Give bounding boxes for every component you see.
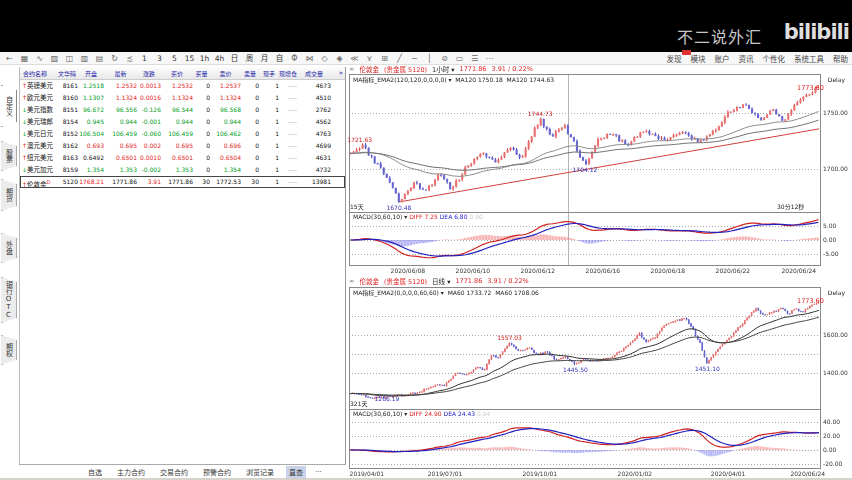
ma-value-1: MA60 1733.72 xyxy=(448,289,492,296)
watchlist-row-8159[interactable]: ↓美元加元81591.3541.353-0.0021.35301.35401--… xyxy=(20,164,345,176)
indicator-icon[interactable]: Φ xyxy=(287,52,302,65)
col-header-9[interactable]: 现手 xyxy=(259,67,279,80)
cell: 0.695 xyxy=(104,140,137,152)
macd-label[interactable]: MACD(30,60,10) ▾ xyxy=(353,213,407,220)
bottom-tab-5[interactable]: 直查 xyxy=(286,466,306,478)
chart-canvas-hourly[interactable] xyxy=(347,64,852,275)
cell: 4699 xyxy=(297,140,331,152)
percent-icon[interactable]: ◫ xyxy=(62,52,77,65)
report-icon[interactable]: ▦ xyxy=(17,52,32,65)
cell: ---- xyxy=(279,128,297,140)
ma-indicator-label[interactable]: MA指标_EMA2(120,120,0,0,0,0) ▾ xyxy=(353,76,451,83)
menu-3[interactable]: 资讯 xyxy=(739,53,754,64)
macd-axis-label: 0.00 xyxy=(823,446,836,453)
period-button-15[interactable]: 15 xyxy=(182,52,197,65)
menu-0[interactable]: 发现 xyxy=(667,53,682,64)
watchlist-row-8161[interactable]: ↑英镑美元81611.25181.25320.00131.253201.2537… xyxy=(20,80,345,92)
col-header-8[interactable]: 卖量 xyxy=(241,67,259,80)
board-icon[interactable]: ▥ xyxy=(77,52,92,65)
period-selector[interactable]: 日线 ▾ xyxy=(432,276,450,286)
col-header-6[interactable]: 买量 xyxy=(193,67,210,80)
col-header-4[interactable]: 涨跌 xyxy=(137,67,161,80)
bottom-tabs-more[interactable]: ··· xyxy=(315,468,322,476)
watchlist-row-8163[interactable]: ↑纽元美元81630.64920.65010.00100.650100.6504… xyxy=(20,152,345,164)
up-arrow-icon: ↑ xyxy=(22,142,27,149)
delay-label-hourly: Delay xyxy=(828,76,845,83)
swing-label: 1670.48 xyxy=(386,204,411,211)
cell: 1.2537 xyxy=(210,80,241,92)
sidebar-tab-1[interactable]: 股票 xyxy=(1,141,17,171)
bottom-tab-2[interactable]: 交易合约 xyxy=(157,466,191,478)
cell: 96.672 xyxy=(78,104,104,116)
bottom-tab-0[interactable]: 自选 xyxy=(85,466,105,478)
menu-2[interactable]: 账户 xyxy=(715,53,730,64)
cell: 0 xyxy=(241,104,259,116)
col-header-0[interactable]: 合约名称 xyxy=(20,67,56,80)
period-button-自[interactable]: 自 xyxy=(272,52,287,65)
swing-label: 1744.73 xyxy=(528,110,553,117)
more-columns-button[interactable]: » xyxy=(339,67,343,80)
period-button-周[interactable]: 周 xyxy=(242,52,257,65)
bottom-tab-1[interactable]: 主力合约 xyxy=(114,466,148,478)
menu-5[interactable]: 系统工具 xyxy=(794,53,824,64)
cell: 0 xyxy=(241,140,259,152)
col-header-11[interactable]: 成交量 xyxy=(297,67,331,80)
sidebar-tab-0[interactable]: 自定义 xyxy=(1,85,17,127)
col-header-2[interactable]: 开盘 xyxy=(78,67,104,80)
period-button-1h[interactable]: 1h xyxy=(197,52,212,65)
zoom-out-icon[interactable]: ◇ xyxy=(317,52,332,65)
period-button-1[interactable]: 1 xyxy=(137,52,152,65)
period-button-5[interactable]: 5 xyxy=(167,52,182,65)
quote-icon[interactable]: ▨ xyxy=(47,52,62,65)
watchlist-row-8160[interactable]: ↑欧元美元81601.13071.13240.00161.132401.1324… xyxy=(20,92,345,104)
menu-6[interactable]: 帮助 xyxy=(833,53,848,64)
bottom-tab-4[interactable]: 浏览记录 xyxy=(243,466,277,478)
watchlist-row-8152[interactable]: ↓美元日元8152106.504106.459-0.060106.4590106… xyxy=(20,128,345,140)
save-icon[interactable]: ▤ xyxy=(92,52,107,65)
period-button-3[interactable]: 3 xyxy=(152,52,167,65)
zoom-in-icon[interactable]: ◈ xyxy=(332,52,347,65)
overlay-icon[interactable]: ⋈ xyxy=(302,52,317,65)
down-arrow-icon: ↓ xyxy=(22,118,27,125)
watchlist-row-5120[interactable]: ↑伦敦金D51201768.211771.863.911771.86301772… xyxy=(20,176,345,188)
watchlist-row-8162[interactable]: ↑澳元美元81620.6930.6950.0020.69500.69601---… xyxy=(20,140,345,152)
cell: 0 xyxy=(193,104,210,116)
period-button-4h[interactable]: 4h xyxy=(212,52,227,65)
back-icon[interactable]: ← xyxy=(2,52,17,65)
menu-1[interactable]: 模块 xyxy=(691,53,706,64)
period-button-日[interactable]: 日 xyxy=(227,52,242,65)
watchlist-row-8154[interactable]: ↓美元瑞郎81540.9450.944-0.0010.94400.94401--… xyxy=(20,116,345,128)
ma-indicator-label[interactable]: MA指标_EMA2(0,0,0,0,60,60) ▾ xyxy=(353,289,444,296)
swing-label: 1451.10 xyxy=(695,365,720,372)
col-header-10[interactable]: 现增仓 xyxy=(279,67,297,80)
cell: 0.944 xyxy=(161,116,193,128)
compare-icon[interactable]: ≾ xyxy=(122,52,137,65)
macd-label[interactable]: MACD(30,60,10) ▾ xyxy=(353,410,407,417)
watchlist-row-8151[interactable]: ↓美元指数815196.67296.556-0.12696.544096.568… xyxy=(20,104,345,116)
period-selector[interactable]: 1小时 ▾ xyxy=(432,64,454,74)
cell: 8161 xyxy=(56,80,78,92)
sidebar-tabs: 自定义股票期货外盘银行OTC期权 xyxy=(1,65,18,478)
link-icon: ∞ xyxy=(349,65,354,73)
col-header-5[interactable]: 买价 xyxy=(161,67,193,80)
cell: 106.462 xyxy=(210,128,241,140)
sidebar-tab-4[interactable]: 银行OTC xyxy=(1,277,17,323)
trend-icon[interactable]: ∿ xyxy=(32,52,47,65)
sidebar-tab-2[interactable]: 期货 xyxy=(1,179,17,211)
watchlist-table: 合约名称文华码开盘最新涨跌买价买量卖价卖量现手现增仓成交量» ↑英镑美元8161… xyxy=(19,67,346,464)
bottom-tab-3[interactable]: 预警合约 xyxy=(200,466,234,478)
col-header-7[interactable]: 卖价 xyxy=(210,67,241,80)
chart-symbol-row-daily: ∞伦敦金(贵金属 5120)日线 ▾1771.863.91 / 0.22% xyxy=(349,276,529,286)
macd-diff: DIFF 24.90 xyxy=(409,410,441,417)
col-header-1[interactable]: 文华码 xyxy=(56,67,78,80)
period-button-月[interactable]: 月 xyxy=(257,52,272,65)
menu-4[interactable]: 个性化 xyxy=(763,53,786,64)
sidebar-tab-5[interactable]: 期权 xyxy=(1,335,17,365)
swing-label: 1704.12 xyxy=(573,166,598,173)
col-header-3[interactable]: 最新 xyxy=(104,67,137,80)
sidebar-tab-3[interactable]: 外盘 xyxy=(1,233,17,263)
cell: 1 xyxy=(259,92,279,104)
refresh-icon[interactable]: ↻ xyxy=(107,52,122,65)
date-label: 2020/06/16 xyxy=(586,267,621,274)
chart-canvas-daily[interactable] xyxy=(347,276,852,478)
